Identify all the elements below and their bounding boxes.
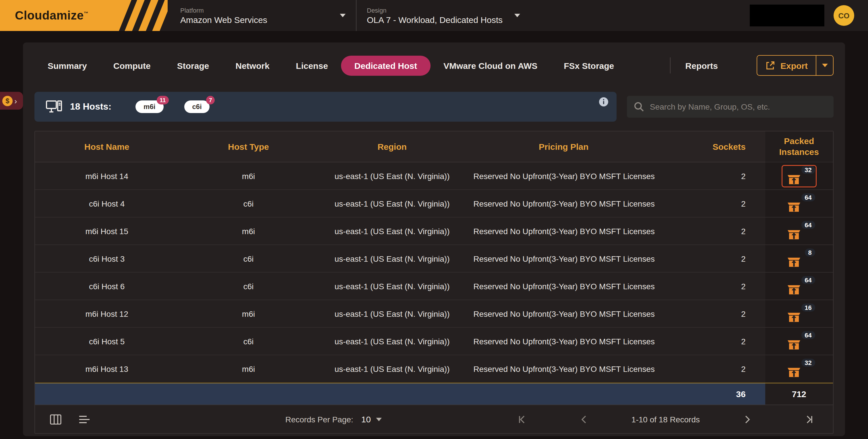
cell-sockets: 2 — [661, 309, 765, 318]
export-label: Export — [780, 61, 808, 70]
table-row[interactable]: m6i Host 15 m6i us-east-1 (US East (N. V… — [35, 218, 833, 245]
packed-instances-button[interactable]: 8 — [782, 248, 816, 269]
tab-compute[interactable]: Compute — [100, 55, 164, 75]
cell-sockets: 2 — [661, 199, 765, 208]
cell-pricing-plan: Reserved No Upfront(3-Year) BYO MSFT Lic… — [466, 337, 661, 346]
packed-count-badge: 64 — [801, 331, 815, 339]
column-header-region[interactable]: Region — [318, 142, 466, 152]
host-type-badge-m6i[interactable]: m6i 11 — [135, 100, 163, 113]
cell-region: us-east-1 (US East (N. Virginia)) — [318, 199, 466, 208]
last-page-button[interactable] — [800, 415, 818, 424]
column-header-sockets[interactable]: Sockets — [661, 142, 765, 152]
app-root: Cloudamize™ Platform Amazon Web Services… — [0, 0, 868, 439]
tab-summary[interactable]: Summary — [34, 55, 100, 75]
platform-label: Platform — [180, 7, 267, 13]
box-icon — [786, 365, 801, 378]
cell-host-type: m6i — [179, 309, 318, 318]
packed-instances-button[interactable]: 64 — [782, 276, 816, 296]
packed-instances-button[interactable]: 64 — [782, 331, 816, 351]
info-icon[interactable] — [599, 97, 609, 107]
packed-count-badge: 64 — [801, 221, 815, 229]
cell-host-name: c6i Host 4 — [35, 199, 179, 208]
packed-instances-button[interactable]: 64 — [782, 193, 816, 214]
column-header-packed-instances[interactable]: Packed Instances — [765, 131, 833, 162]
tab-reports[interactable]: Reports — [671, 55, 733, 75]
column-view-toggle[interactable] — [50, 414, 61, 425]
column-header-pricing-plan[interactable]: Pricing Plan — [466, 142, 661, 152]
column-header-host-type[interactable]: Host Type — [179, 142, 318, 152]
column-header-host-name[interactable]: Host Name — [35, 142, 179, 152]
table-row[interactable]: m6i Host 14 m6i us-east-1 (US East (N. V… — [35, 162, 833, 190]
cell-packed-instances: 8 — [765, 245, 833, 272]
last-page-icon — [804, 417, 813, 426]
host-badges: m6i 11 c6i 7 — [135, 100, 210, 113]
brand-name: Cloudamize™ — [15, 9, 88, 22]
next-page-button[interactable] — [738, 415, 756, 424]
packed-count-badge: 64 — [801, 193, 815, 201]
cell-pricing-plan: Reserved No Upfront(3-Year) BYO MSFT Lic… — [466, 171, 661, 181]
host-type-badge-c6i[interactable]: c6i 7 — [184, 100, 210, 113]
packed-instances-button[interactable]: 16 — [782, 303, 816, 324]
export-button[interactable]: Export — [757, 55, 834, 76]
cell-host-type: m6i — [179, 171, 318, 181]
tab-network[interactable]: Network — [222, 55, 282, 75]
hosts-summary-bar: 18 Hosts: m6i 11 c6i 7 — [34, 92, 617, 122]
chevron-right-icon: › — [14, 97, 17, 105]
cell-packed-instances: 16 — [765, 300, 833, 327]
cell-pricing-plan: Reserved No Upfront(3-Year) BYO MSFT Lic… — [466, 281, 661, 291]
first-page-button[interactable] — [513, 415, 532, 424]
packed-instances-button[interactable]: 32 — [782, 359, 816, 379]
cell-region: us-east-1 (US East (N. Virginia)) — [318, 281, 466, 291]
redacted-block — [750, 5, 825, 26]
cloudamize-logo[interactable]: Cloudamize™ — [0, 0, 167, 31]
search-icon — [634, 101, 644, 112]
tab-dedicated-host[interactable]: Dedicated Host — [341, 55, 430, 75]
table-row[interactable]: c6i Host 6 c6i us-east-1 (US East (N. Vi… — [35, 273, 833, 300]
export-dropdown-button[interactable] — [816, 56, 833, 75]
records-per-page-select[interactable]: 10 — [361, 414, 382, 424]
cell-pricing-plan: Reserved No Upfront(3-Year) BYO MSFT Lic… — [466, 365, 661, 374]
cell-sockets: 2 — [661, 281, 765, 291]
previous-page-button[interactable] — [575, 415, 594, 424]
table-row[interactable]: m6i Host 12 m6i us-east-1 (US East (N. V… — [35, 300, 833, 328]
records-per-page-value: 10 — [361, 414, 371, 424]
records-range-info: 1-10 of 18 Records — [631, 415, 700, 424]
packed-instances-button[interactable]: 64 — [782, 221, 816, 241]
dollar-icon: $ — [2, 96, 12, 106]
cell-host-name: m6i Host 14 — [35, 171, 179, 181]
cell-region: us-east-1 (US East (N. Virginia)) — [318, 365, 466, 374]
design-selector[interactable]: Design OLA 7 - Workload, Dedicated Hosts — [367, 7, 520, 24]
table-row[interactable]: c6i Host 5 c6i us-east-1 (US East (N. Vi… — [35, 328, 833, 355]
list-view-toggle[interactable] — [79, 415, 90, 424]
design-value: OLA 7 - Workload, Dedicated Hosts — [367, 14, 503, 24]
cell-host-type: c6i — [179, 337, 318, 346]
box-icon — [786, 199, 801, 213]
tab-license[interactable]: License — [283, 55, 341, 75]
user-avatar[interactable]: CO — [834, 5, 854, 26]
host-type-count-badge: 11 — [157, 96, 168, 104]
tab-storage[interactable]: Storage — [164, 55, 222, 75]
tab-fsx-storage[interactable]: FSx Storage — [551, 55, 627, 75]
table-row[interactable]: m6i Host 13 m6i us-east-1 (US East (N. V… — [35, 355, 833, 383]
cell-packed-instances: 32 — [765, 355, 833, 383]
trademark-symbol: ™ — [84, 11, 88, 16]
packed-instances-button[interactable]: 32 — [782, 165, 816, 186]
cell-region: us-east-1 (US East (N. Virginia)) — [318, 309, 466, 318]
cost-panel-toggle[interactable]: $ › — [0, 92, 23, 109]
chevron-down-icon — [376, 417, 382, 421]
table-row[interactable]: c6i Host 4 c6i us-east-1 (US East (N. Vi… — [35, 190, 833, 218]
totals-sockets: 36 — [661, 389, 765, 399]
chevron-down-icon — [340, 14, 346, 17]
packed-count-badge: 16 — [801, 303, 815, 311]
cell-sockets: 2 — [661, 171, 765, 181]
first-page-icon — [518, 417, 527, 426]
platform-selector[interactable]: Platform Amazon Web Services — [180, 7, 346, 24]
table-row[interactable]: c6i Host 3 c6i us-east-1 (US East (N. Vi… — [35, 245, 833, 273]
cell-host-name: m6i Host 13 — [35, 365, 179, 374]
tab-vmware-cloud-on-aws[interactable]: VMware Cloud on AWS — [430, 55, 551, 75]
cell-host-type: m6i — [179, 226, 318, 236]
cell-pricing-plan: Reserved No Upfront(3-Year) BYO MSFT Lic… — [466, 226, 661, 236]
box-icon — [786, 226, 801, 240]
search-input[interactable] — [650, 102, 827, 111]
cell-pricing-plan: Reserved No Upfront(3-Year) BYO MSFT Lic… — [466, 199, 661, 208]
